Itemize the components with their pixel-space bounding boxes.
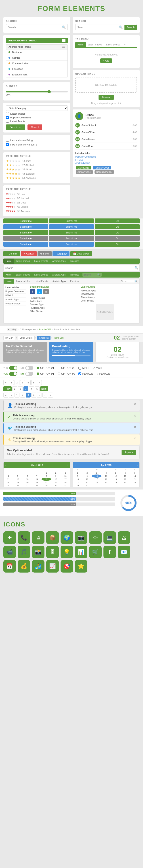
- checkbox-latest-events-input[interactable]: [6, 120, 9, 123]
- radio-option-1[interactable]: OPTION #1: [37, 366, 54, 370]
- toggle-on-2[interactable]: [9, 372, 17, 376]
- cal-b-cell[interactable]: 15: [73, 478, 82, 481]
- mega-sidebar-latest[interactable]: Latest articles: [5, 286, 26, 290]
- page-arrow-prev[interactable]: ‹: [9, 393, 14, 398]
- tag-dec[interactable]: December 2012: [95, 170, 114, 174]
- warning-1-close-btn[interactable]: ✕: [134, 402, 136, 406]
- confirm-btn[interactable]: ✓ Confirm: [3, 251, 20, 256]
- cal-b-cell[interactable]: 29: [73, 484, 82, 487]
- block-btn[interactable]: ⊘ Block: [38, 251, 51, 256]
- mega-link-camera-other[interactable]: Other Socials: [81, 299, 129, 302]
- gender-female-check[interactable]: [78, 372, 81, 375]
- submit-btn-6[interactable]: Submit me: [49, 230, 94, 235]
- facebook-social-icon[interactable]: f: [30, 289, 35, 294]
- submit-btn-2[interactable]: Submit me: [49, 218, 94, 223]
- submit-btn-5[interactable]: Submit me: [3, 230, 48, 235]
- icon-money[interactable]: 💰: [17, 560, 30, 572]
- page-arrow-next[interactable]: ›: [42, 393, 47, 398]
- mega-link-camera-fluidable[interactable]: Fluidable Apps: [81, 296, 129, 299]
- ok-btn-3[interactable]: Ok: [95, 230, 140, 235]
- upload-drag-area[interactable]: DRAG IMAGES: [75, 77, 137, 93]
- browse-btn[interactable]: Browse: [99, 95, 114, 100]
- toggle-off-2[interactable]: [25, 372, 33, 376]
- cal-cell[interactable]: 21: [32, 481, 42, 484]
- ok-btn-1[interactable]: Ok: [95, 218, 140, 223]
- rating-4star-row[interactable]: ★★★★ ★ 4/5 Excellent: [6, 172, 68, 176]
- rating-2star-row[interactable]: ★★ ★★★ 2/5 Not bad: [6, 163, 68, 167]
- page-g4[interactable]: 4: [29, 386, 34, 391]
- cal-b-cell-today[interactable]: 10: [92, 474, 101, 478]
- page-4[interactable]: 4: [26, 380, 31, 385]
- rating-5star-row[interactable]: ★★★★★ 5/5 Awesome!: [6, 176, 68, 180]
- page-arrow-1[interactable]: 1: [14, 393, 20, 398]
- icon-airplane[interactable]: ✈: [3, 531, 16, 544]
- icon-package[interactable]: 📦: [46, 531, 59, 544]
- mega-nav-freelince[interactable]: Freelince: [68, 279, 81, 284]
- nav-search-input[interactable]: [4, 266, 133, 270]
- cal-b-cell[interactable]: 18: [101, 478, 111, 481]
- checkbox-latest-events[interactable]: Latest Events: [6, 120, 68, 123]
- cal-cell[interactable]: 13: [23, 478, 32, 481]
- cal-b-cell[interactable]: 30: [82, 484, 92, 487]
- icon-music[interactable]: 🎵: [17, 546, 30, 558]
- submit-btn-7[interactable]: Submit me: [3, 236, 48, 241]
- mega-link-fb[interactable]: Facebook Apps: [30, 296, 78, 300]
- gender-male[interactable]: MALE: [78, 366, 90, 370]
- search-left-input[interactable]: [6, 25, 60, 30]
- slider1-thumb[interactable]: [47, 90, 51, 93]
- mega-link-tw[interactable]: Twitter Apps: [30, 300, 78, 303]
- gender-female[interactable]: FEMALE: [78, 372, 93, 375]
- submit-btn-3[interactable]: Submit me: [3, 224, 48, 229]
- cal-cell[interactable]: 18: [4, 481, 13, 484]
- icon-camera[interactable]: 📷: [75, 531, 87, 544]
- nav-home[interactable]: Home: [3, 258, 14, 264]
- cal-cell[interactable]: 8: [42, 474, 51, 478]
- mega-link-other[interactable]: Other Socials: [30, 310, 78, 313]
- gender-male-2[interactable]: ♂ MALE: [93, 366, 103, 370]
- page-arrow-2[interactable]: 2: [20, 393, 25, 398]
- cal-b-cell[interactable]: 25: [101, 481, 111, 484]
- cal-b-cell[interactable]: 7: [130, 471, 139, 474]
- cal-b-cell[interactable]: 12: [111, 474, 120, 478]
- navigate-social-icon[interactable]: n: [43, 289, 49, 294]
- nav2-events[interactable]: Latest Events: [32, 272, 50, 277]
- gender-female-2[interactable]: ♀ FEMALE: [96, 372, 110, 375]
- human-check-1-input[interactable]: [6, 139, 9, 142]
- cal-b-cell[interactable]: 26: [111, 481, 120, 484]
- icon-trending[interactable]: 📈: [46, 560, 59, 572]
- cal-green-prev[interactable]: ‹: [5, 464, 6, 467]
- category-select[interactable]: Select Category Latest articles Popular …: [6, 105, 68, 111]
- ok-btn-4[interactable]: Ok: [95, 236, 140, 241]
- search-right-icon-btn[interactable]: 🔍: [117, 24, 124, 30]
- tag-jan[interactable]: January 2013: [76, 170, 93, 174]
- ecomm-details-btn[interactable]: Enter Details: [17, 336, 34, 340]
- nav2-android[interactable]: Android Apps: [50, 272, 68, 277]
- page-arrow-4[interactable]: 4: [31, 393, 36, 398]
- menu-item-business[interactable]: Business: [6, 50, 68, 55]
- icon-video[interactable]: 📹: [3, 546, 16, 558]
- cal-b-cell[interactable]: 23: [82, 481, 92, 484]
- tab-home[interactable]: Home: [75, 42, 86, 47]
- icon-pencil[interactable]: ✏: [89, 531, 102, 544]
- icon-calendar[interactable]: 📅: [3, 560, 16, 572]
- cal-cell[interactable]: 7: [32, 474, 42, 478]
- submit-btn-1[interactable]: Submit me: [3, 218, 48, 223]
- cal-b-cell[interactable]: 13: [120, 474, 130, 478]
- nav2-latest[interactable]: Latest articles: [14, 272, 32, 277]
- icon-cart[interactable]: 🛒: [89, 546, 102, 558]
- cal-cell[interactable]: 25: [4, 484, 13, 487]
- radio-option-3[interactable]: OPTION #1: [37, 372, 54, 375]
- twitter-social-icon[interactable]: t: [37, 289, 42, 294]
- mega-link-browser[interactable]: Browser Apps: [30, 303, 78, 306]
- cal-b-cell[interactable]: 16: [82, 478, 92, 481]
- slider1-track[interactable]: [6, 91, 68, 92]
- page-2[interactable]: 2: [14, 380, 20, 385]
- tag-feb[interactable]: February 2013: [93, 166, 111, 169]
- checkbox-popular-comments[interactable]: Popular Comments: [6, 116, 68, 119]
- mega-sidebar-popular[interactable]: Popular Comments: [5, 290, 26, 294]
- tab-events[interactable]: Latest Events: [104, 42, 122, 47]
- cal-cell[interactable]: 30: [51, 484, 61, 487]
- nav2-search-input[interactable]: [84, 274, 97, 276]
- cal-cell[interactable]: [23, 471, 32, 474]
- menu-lines-icon[interactable]: [62, 39, 66, 42]
